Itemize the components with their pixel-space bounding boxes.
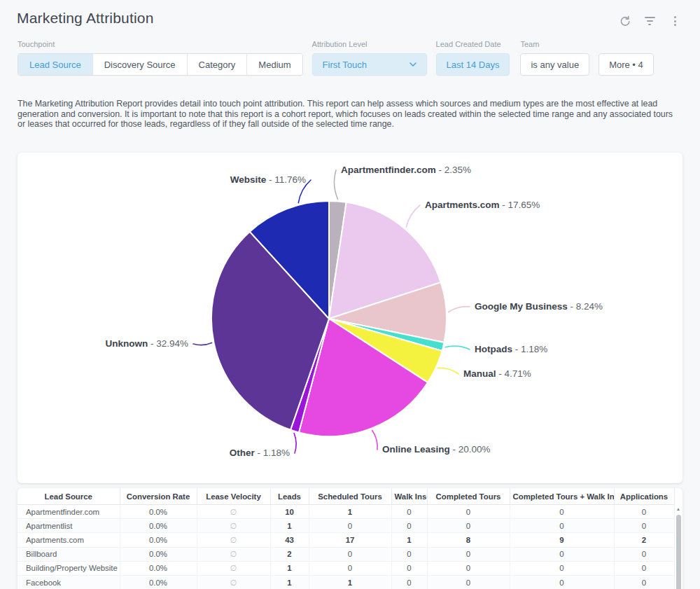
value-cell: 1 <box>270 575 309 589</box>
column-header-conversion-rate[interactable]: Conversion Rate <box>120 488 197 505</box>
column-header-leads[interactable]: Leads <box>270 488 309 505</box>
attribution-table: Lead SourceConversion RateLease Velocity… <box>18 488 675 589</box>
value-cell: 0 <box>391 505 427 519</box>
value-cell: 8 <box>427 533 510 547</box>
pie-label-manual: Manual - 4.71% <box>463 368 531 379</box>
value-cell: 0 <box>309 547 391 561</box>
attribution-level-label: Attribution Level <box>312 40 427 49</box>
value-cell: 0 <box>510 519 614 533</box>
pie-label-apartments-com: Apartments.com - 17.65% <box>425 200 540 210</box>
value-cell: 17 <box>309 533 391 547</box>
column-header-applications[interactable]: Applications <box>614 488 674 505</box>
touchpoint-option-medium[interactable]: Medium <box>246 54 302 75</box>
more-filters: More • 4 <box>598 40 654 76</box>
value-cell: 0 <box>510 505 614 519</box>
value-cell: 0.0% <box>120 505 197 519</box>
column-header-scheduled-tours[interactable]: Scheduled Tours <box>309 488 391 505</box>
value-cell: 0 <box>614 561 674 575</box>
value-cell: 0.0% <box>120 533 197 547</box>
value-cell: 0 <box>614 519 674 533</box>
attribution-level-select[interactable]: First Touch <box>312 53 427 76</box>
value-cell: ∅ <box>197 505 270 519</box>
more-filters-chip[interactable]: More • 4 <box>598 53 654 76</box>
pie-leader-line <box>438 368 458 374</box>
attribution-level-filter: Attribution Level First Touch <box>312 40 427 76</box>
pie-chart-card: Apartmentfinder.com - 2.35%Apartments.co… <box>18 153 682 483</box>
value-cell: 1 <box>309 575 391 589</box>
touchpoint-option-category[interactable]: Category <box>187 54 247 75</box>
value-cell: 0 <box>510 547 614 561</box>
team-label: Team <box>520 40 589 49</box>
pie-label-google-my-business: Google My Business - 8.24% <box>475 301 603 312</box>
chevron-down-icon <box>410 62 416 67</box>
pie-leader-line <box>445 346 470 349</box>
page-title: Marketing Attribution <box>17 10 154 27</box>
column-header-completed-tours-walk-ins[interactable]: Completed Tours + Walk Ins <box>510 488 614 505</box>
value-cell: 0 <box>427 561 510 575</box>
column-header-lead-source[interactable]: Lead Source <box>18 488 120 505</box>
value-cell: ∅ <box>197 519 270 533</box>
table-row: Building/Property Website0.0%∅100000 <box>18 561 674 575</box>
pie-label-online-leasing: Online Leasing - 20.00% <box>382 444 491 455</box>
lead-source-cell: Facebook <box>18 575 120 589</box>
pie-leader-line <box>294 434 296 453</box>
value-cell: 0 <box>391 519 427 533</box>
value-cell: 1 <box>309 505 391 519</box>
pie-leader-line <box>372 431 377 450</box>
touchpoint-filter: Touchpoint Lead SourceDiscovery SourceCa… <box>18 40 303 76</box>
header-actions <box>617 14 682 28</box>
value-cell: 10 <box>270 505 309 519</box>
table-row: Billboard0.0%∅200000 <box>18 547 674 561</box>
table-row: Apartmentfinder.com0.0%∅1010000 <box>18 505 674 519</box>
column-header-lease-velocity[interactable]: Lease Velocity <box>197 488 270 505</box>
lead-source-cell: Apartmentfinder.com <box>18 505 120 519</box>
team-chip[interactable]: is any value <box>520 53 589 76</box>
value-cell: 0 <box>510 575 614 589</box>
value-cell: 0 <box>427 575 510 589</box>
column-header-completed-tours[interactable]: Completed Tours <box>427 488 510 505</box>
value-cell: 2 <box>270 547 309 561</box>
pie-label-unknown: Unknown - 32.94% <box>105 338 188 349</box>
refresh-icon[interactable] <box>617 14 631 28</box>
touchpoint-option-discovery-source[interactable]: Discovery Source <box>92 54 187 75</box>
pie-label-apartmentfinder-com: Apartmentfinder.com - 2.35% <box>341 165 471 175</box>
touchpoint-segmented-control: Lead SourceDiscovery SourceCategoryMediu… <box>18 53 303 76</box>
pie-leader-line <box>406 205 420 227</box>
filter-bar: Touchpoint Lead SourceDiscovery SourceCa… <box>18 40 663 76</box>
value-cell: 0 <box>614 505 674 519</box>
value-cell: 0.0% <box>120 547 197 561</box>
table-row: Apartmentlist0.0%∅100000 <box>18 519 674 533</box>
value-cell: ∅ <box>197 533 270 547</box>
scrollbar-thumb[interactable] <box>676 515 681 589</box>
scrollbar-up-arrow-icon[interactable]: ▲ <box>675 504 682 513</box>
value-cell: 0 <box>427 547 510 561</box>
filter-icon[interactable] <box>643 14 657 28</box>
value-cell: 0 <box>614 575 674 589</box>
touchpoint-label: Touchpoint <box>18 40 303 49</box>
team-filter: Team is any value <box>520 40 589 76</box>
lead-source-cell: Building/Property Website <box>18 561 120 575</box>
value-cell: 0 <box>614 547 674 561</box>
table-scrollbar[interactable]: ▲ <box>674 504 682 589</box>
pie-leader-line <box>193 342 212 345</box>
pie-label-website: Website - 11.76% <box>230 174 306 185</box>
value-cell: 0 <box>309 561 391 575</box>
value-cell: 0.0% <box>120 519 197 533</box>
lead-created-date-chip[interactable]: Last 14 Days <box>436 53 510 76</box>
value-cell: ∅ <box>197 547 270 561</box>
touchpoint-option-lead-source[interactable]: Lead Source <box>18 54 92 75</box>
value-cell: 1 <box>270 519 309 533</box>
value-cell: 0 <box>427 505 510 519</box>
attribution-table-card: Lead SourceConversion RateLease Velocity… <box>18 488 682 589</box>
column-header-walk-ins[interactable]: Walk Ins <box>391 488 427 505</box>
kebab-menu-icon[interactable] <box>668 14 682 28</box>
value-cell: 1 <box>391 533 427 547</box>
lead-created-date-filter: Lead Created Date Last 14 Days <box>436 40 510 76</box>
table-row: Apartments.com0.0%∅43171892 <box>18 533 674 547</box>
value-cell: ∅ <box>197 575 270 589</box>
table-header-row: Lead SourceConversion RateLease Velocity… <box>18 488 674 505</box>
pie-label-other: Other - 1.18% <box>230 448 290 458</box>
pie-leader-line <box>334 170 337 200</box>
value-cell: 9 <box>510 533 614 547</box>
pie-label-hotpads: Hotpads - 1.18% <box>475 344 547 354</box>
